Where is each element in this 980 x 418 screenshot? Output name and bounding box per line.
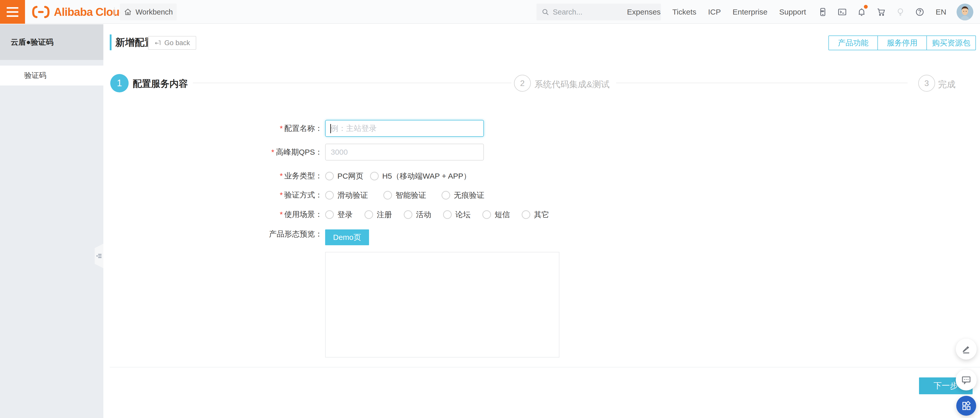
radio-traceless-verify[interactable]: 无痕验证 bbox=[442, 190, 484, 200]
alibaba-cloud-logo[interactable]: Alibaba Cloud bbox=[32, 0, 126, 24]
title-accent-bar bbox=[110, 35, 111, 50]
help-icon[interactable] bbox=[915, 7, 925, 17]
required-mark: * bbox=[280, 124, 283, 132]
qps-label: *高峰期QPS： bbox=[217, 147, 323, 157]
required-mark: * bbox=[280, 210, 283, 218]
feedback-edit-fab-button[interactable] bbox=[956, 339, 977, 359]
radio-button[interactable] bbox=[325, 172, 334, 180]
required-mark: * bbox=[280, 191, 283, 199]
return-icon bbox=[154, 39, 161, 46]
text-caret bbox=[330, 124, 331, 133]
widgets-fab-button[interactable] bbox=[956, 396, 976, 416]
nav-expenses[interactable]: Expenses bbox=[627, 8, 661, 16]
radio-smart-verify[interactable]: 智能验证 bbox=[383, 190, 426, 200]
step-connector bbox=[193, 83, 511, 83]
radio-scene-sms[interactable]: 短信 bbox=[482, 210, 510, 220]
pencil-icon bbox=[961, 344, 971, 354]
radio-button[interactable] bbox=[325, 191, 334, 200]
nav-enterprise[interactable]: Enterprise bbox=[733, 8, 768, 16]
buy-resource-pack-button[interactable]: 购买资源包 bbox=[926, 35, 976, 50]
biz-type-label: *业务类型： bbox=[217, 170, 323, 181]
step-1-label: 配置服务内容 bbox=[133, 78, 188, 90]
alibaba-cloud-logo-icon bbox=[32, 5, 50, 19]
demo-page-button[interactable]: Demo页 bbox=[325, 229, 369, 245]
go-back-button[interactable]: Go back bbox=[148, 36, 196, 50]
top-nav: Expenses Tickets ICP Enterprise Support bbox=[627, 0, 980, 24]
radio-button[interactable] bbox=[383, 191, 392, 200]
cart-icon[interactable] bbox=[876, 7, 886, 17]
product-preview-box bbox=[325, 252, 559, 358]
radio-button[interactable] bbox=[325, 210, 334, 219]
hamburger-menu-button[interactable] bbox=[0, 0, 25, 24]
home-icon bbox=[124, 8, 132, 16]
content-bottom-divider bbox=[110, 367, 980, 367]
qps-input[interactable] bbox=[326, 144, 484, 160]
app-root: Alibaba Cloud Workbench Expenses Tickets… bbox=[0, 0, 980, 418]
product-features-button[interactable]: 产品功能 bbox=[829, 35, 878, 50]
required-mark: * bbox=[271, 148, 274, 156]
radio-pc-web[interactable]: PC网页 bbox=[325, 171, 363, 181]
radio-slide-verify[interactable]: 滑动验证 bbox=[325, 190, 368, 200]
notification-badge bbox=[864, 5, 868, 9]
search-icon bbox=[542, 8, 549, 16]
sidebar-title: 云盾●验证码 bbox=[0, 24, 103, 60]
terminal-icon[interactable] bbox=[837, 7, 847, 17]
verify-mode-radio-group: 滑动验证 智能验证 无痕验证 bbox=[325, 191, 484, 200]
radio-scene-login[interactable]: 登录 bbox=[325, 210, 353, 220]
required-mark: * bbox=[280, 172, 283, 180]
radio-button[interactable] bbox=[404, 210, 412, 219]
mobile-app-icon[interactable] bbox=[818, 7, 828, 17]
logo-text: Alibaba Cloud bbox=[54, 6, 126, 18]
step-2-circle: 2 bbox=[514, 75, 531, 92]
preview-label: 产品形态预览： bbox=[217, 229, 323, 239]
divider bbox=[114, 7, 115, 17]
biz-type-radio-group: PC网页 H5（移动端WAP + APP） bbox=[325, 172, 471, 181]
scene-radio-group: 登录 注册 活动 论坛 短信 其它 bbox=[325, 210, 549, 219]
step-3-circle: 3 bbox=[918, 75, 935, 92]
nav-tickets[interactable]: Tickets bbox=[673, 8, 697, 16]
chat-feedback-fab-button[interactable] bbox=[956, 370, 977, 391]
radio-button[interactable] bbox=[364, 210, 373, 219]
config-name-field bbox=[325, 120, 484, 137]
step-2-label: 系统代码集成&测试 bbox=[535, 79, 610, 91]
radio-button[interactable] bbox=[482, 210, 491, 219]
radio-scene-register[interactable]: 注册 bbox=[364, 210, 392, 220]
step-3-label: 完成 bbox=[938, 79, 956, 91]
scene-label: *使用场景： bbox=[217, 209, 323, 220]
page-action-buttons: 产品功能 服务停用 购买资源包 bbox=[829, 35, 976, 50]
chat-bubble-icon bbox=[961, 375, 972, 385]
language-switcher[interactable]: EN bbox=[935, 8, 946, 16]
sidebar-item-captcha[interactable]: 验证码 bbox=[0, 65, 103, 86]
step-1-circle: 1 bbox=[110, 74, 129, 92]
go-back-label: Go back bbox=[164, 39, 190, 47]
sidebar: 云盾●验证码 验证码 bbox=[0, 24, 103, 418]
radio-button[interactable] bbox=[442, 191, 450, 200]
workbench-label: Workbench bbox=[135, 8, 173, 16]
qps-field bbox=[325, 144, 484, 161]
radio-button[interactable] bbox=[522, 210, 530, 219]
radio-button[interactable] bbox=[370, 172, 379, 180]
top-header: Alibaba Cloud Workbench Expenses Tickets… bbox=[0, 0, 980, 24]
config-name-input[interactable] bbox=[326, 121, 484, 136]
service-disable-button[interactable]: 服务停用 bbox=[877, 35, 927, 50]
radio-scene-activity[interactable]: 活动 bbox=[404, 210, 431, 220]
user-avatar[interactable] bbox=[956, 3, 974, 21]
radio-button[interactable] bbox=[443, 210, 452, 219]
verify-mode-label: *验证方式： bbox=[217, 190, 323, 200]
workbench-button[interactable]: Workbench bbox=[120, 3, 177, 21]
nav-support[interactable]: Support bbox=[779, 8, 806, 16]
radio-scene-forum[interactable]: 论坛 bbox=[443, 210, 471, 220]
radio-scene-other[interactable]: 其它 bbox=[522, 210, 549, 220]
config-name-label: *配置名称： bbox=[217, 123, 323, 134]
bell-icon[interactable] bbox=[856, 7, 867, 17]
step-connector bbox=[616, 83, 907, 83]
lightbulb-icon[interactable] bbox=[895, 7, 905, 17]
nav-icp[interactable]: ICP bbox=[708, 8, 721, 16]
collapse-icon bbox=[96, 253, 102, 259]
radio-h5[interactable]: H5（移动端WAP + APP） bbox=[370, 171, 471, 181]
widgets-icon bbox=[961, 401, 971, 411]
